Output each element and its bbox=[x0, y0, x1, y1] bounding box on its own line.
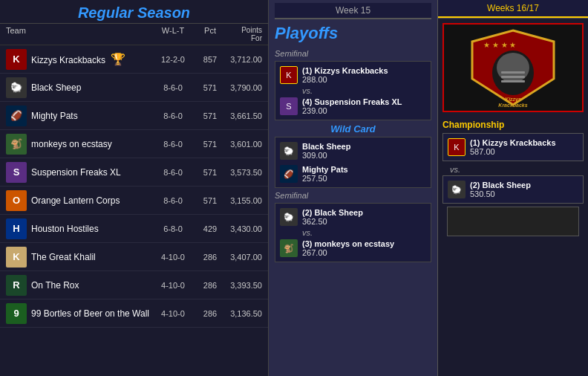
regular-season-header: Regular Season bbox=[0, 0, 268, 24]
trophy-icon: 🏆 bbox=[111, 53, 125, 65]
week15-tab: Week 15 bbox=[275, 3, 431, 19]
champ-team2-score: 530.50 bbox=[470, 189, 578, 198]
team-logo: 🐒 bbox=[6, 134, 27, 155]
right-panel: Weeks 16/17 ★ ★ ★ ★ Kizzys Krackbacks Ch… bbox=[438, 0, 588, 376]
wildcard-team1-logo: 🐑 bbox=[280, 142, 298, 160]
team-pct: 571 bbox=[195, 111, 225, 120]
team-pts: 3,573.50 bbox=[225, 168, 262, 177]
semifinal2-label: Semifinal bbox=[275, 191, 431, 200]
champ-team1-score: 587.00 bbox=[470, 147, 578, 156]
semifinal1-label: Semifinal bbox=[275, 49, 431, 58]
wildcard-label: Wild Card bbox=[275, 123, 431, 134]
svg-rect-6 bbox=[501, 80, 525, 82]
connector-area bbox=[447, 207, 579, 236]
standings-row: O Orange Lantern Corps 8-6-0 571 3,155.0… bbox=[0, 187, 268, 215]
semifinal2-team1-name: (2) Black Sheep bbox=[302, 208, 426, 217]
team-pct: 857 bbox=[195, 55, 225, 64]
champ-team1-info: (1) Kizzys Krackbacks 587.00 bbox=[470, 138, 578, 156]
standings-row: K The Great Khalil 4-10-0 286 3,407.00 bbox=[0, 243, 268, 271]
team-name: Black Sheep bbox=[31, 82, 151, 93]
weeks1617-tab[interactable]: Weeks 16/17 bbox=[438, 0, 588, 18]
team-logo: H bbox=[6, 218, 27, 239]
semifinal1-team2-name: (4) Suspension Freaks XL bbox=[302, 97, 426, 106]
champ-vs: vs. bbox=[442, 163, 584, 175]
team-pct: 286 bbox=[195, 309, 225, 318]
semifinal2-team2-info: (3) monkeys on ecstasy 267.00 bbox=[302, 239, 426, 257]
team-pts: 3,430.00 bbox=[225, 224, 262, 233]
semifinal2-team1-score: 362.50 bbox=[302, 217, 426, 226]
semifinal2-vs: vs. bbox=[280, 227, 426, 238]
championship-team1: K (1) Kizzys Krackbacks 587.00 bbox=[442, 133, 584, 161]
semifinal2-team2-logo: 🐒 bbox=[280, 239, 298, 257]
team-wlt: 8-6-0 bbox=[151, 83, 195, 92]
team-name: Orange Lantern Corps bbox=[31, 195, 151, 206]
semifinal2-team2-score: 267.00 bbox=[302, 248, 426, 257]
standings-row: S Suspension Freaks XL 8-6-0 571 3,573.5… bbox=[0, 158, 268, 187]
team-pct: 571 bbox=[195, 83, 225, 92]
champ-team1-logo: K bbox=[448, 138, 466, 156]
semifinal1-vs: vs. bbox=[280, 85, 426, 96]
header-pts: PointsFor bbox=[225, 26, 262, 42]
team-pct: 571 bbox=[195, 140, 225, 149]
team-pct: 286 bbox=[195, 281, 225, 290]
team-wlt: 8-6-0 bbox=[151, 111, 195, 120]
semifinal1-team1-info: (1) Kizzys Krackbacks 288.00 bbox=[302, 66, 426, 84]
wildcard-match: 🐑 Black Sheep 309.00 🏈 Mighty Pats 257.5… bbox=[275, 137, 431, 188]
playoffs-title: Playoffs bbox=[275, 22, 431, 45]
kizzys-logo-display: ★ ★ ★ ★ Kizzys Krackbacks bbox=[442, 23, 584, 112]
team-pct: 571 bbox=[195, 196, 225, 205]
champ-team2-name: (2) Black Sheep bbox=[470, 181, 578, 189]
champ-team2-logo: 🐑 bbox=[448, 181, 466, 198]
standings-row: 🐒 monkeys on ecstasy 8-6-0 571 3,601.00 bbox=[0, 130, 268, 158]
team-name: monkeys on ecstasy bbox=[31, 139, 151, 149]
championship-team2: 🐑 (2) Black Sheep 530.50 bbox=[442, 175, 584, 204]
svg-text:★ ★ ★ ★: ★ ★ ★ ★ bbox=[483, 41, 516, 49]
team-name: Suspension Freaks XL bbox=[31, 167, 151, 178]
team-wlt: 8-6-0 bbox=[151, 196, 195, 205]
team-name: Kizzys Krackbacks 🏆 bbox=[31, 52, 151, 66]
team-wlt: 6-8-0 bbox=[151, 224, 195, 233]
champ-team1-name: (1) Kizzys Krackbacks bbox=[470, 138, 578, 147]
team-pts: 3,661.50 bbox=[225, 111, 262, 120]
semifinal2-match: 🐑 (2) Black Sheep 362.50 vs. 🐒 (3) monke… bbox=[275, 203, 431, 262]
wildcard-team2-info: Mighty Pats 257.50 bbox=[302, 165, 426, 183]
team-name: The Great Khalil bbox=[31, 252, 151, 262]
standings-row: 🐑 Black Sheep 8-6-0 571 3,790.00 bbox=[0, 74, 268, 102]
team-logo: 🐑 bbox=[6, 77, 27, 98]
wildcard-team1-info: Black Sheep 309.00 bbox=[302, 142, 426, 160]
svg-rect-4 bbox=[501, 71, 525, 74]
team-pts: 3,712.00 bbox=[225, 55, 262, 64]
champ-team2-info: (2) Black Sheep 530.50 bbox=[470, 181, 578, 198]
semifinal2-team1-info: (2) Black Sheep 362.50 bbox=[302, 208, 426, 226]
team-logo: 9 bbox=[6, 303, 27, 324]
semifinal2-team2-name: (3) monkeys on ecstasy bbox=[302, 239, 426, 248]
team-pts: 3,393.50 bbox=[225, 281, 262, 290]
wildcard-team1-score: 309.00 bbox=[302, 151, 426, 160]
svg-text:Kizzys: Kizzys bbox=[505, 97, 521, 103]
semifinal1-team2: S (4) Suspension Freaks XL 239.00 bbox=[280, 96, 426, 117]
semifinal1-team2-logo: S bbox=[280, 97, 298, 115]
standings-row: 9 99 Bortles of Beer on the Wall 4-10-0 … bbox=[0, 299, 268, 328]
team-logo: R bbox=[6, 275, 27, 296]
semifinal2-team2: 🐒 (3) monkeys on ecstasy 267.00 bbox=[280, 238, 426, 259]
wildcard-team2-name: Mighty Pats bbox=[302, 165, 426, 174]
standings-row: R On The Rox 4-10-0 286 3,393.50 bbox=[0, 271, 268, 299]
team-wlt: 4-10-0 bbox=[151, 281, 195, 290]
team-name: Houston Hostiles bbox=[31, 224, 151, 234]
team-pct: 571 bbox=[195, 168, 225, 177]
team-wlt: 8-6-0 bbox=[151, 140, 195, 149]
team-wlt: 4-10-0 bbox=[151, 253, 195, 262]
table-header: Team W-L-T Pct PointsFor bbox=[0, 24, 268, 45]
regular-season-title: Regular Season bbox=[0, 4, 268, 22]
team-pct: 429 bbox=[195, 224, 225, 233]
right-top-tab: Weeks 16/17 bbox=[438, 0, 588, 19]
team-pts: 3,601.00 bbox=[225, 140, 262, 149]
team-pts: 3,790.00 bbox=[225, 83, 262, 92]
svg-rect-5 bbox=[501, 76, 525, 78]
header-pct: Pct bbox=[195, 26, 225, 42]
semifinal2-team1-logo: 🐑 bbox=[280, 208, 298, 226]
standings-row: H Houston Hostiles 6-8-0 429 3,430.00 bbox=[0, 215, 268, 243]
header-wlt: W-L-T bbox=[151, 26, 195, 42]
team-logo: S bbox=[6, 162, 27, 183]
team-name: 99 Bortles of Beer on the Wall bbox=[31, 308, 151, 319]
